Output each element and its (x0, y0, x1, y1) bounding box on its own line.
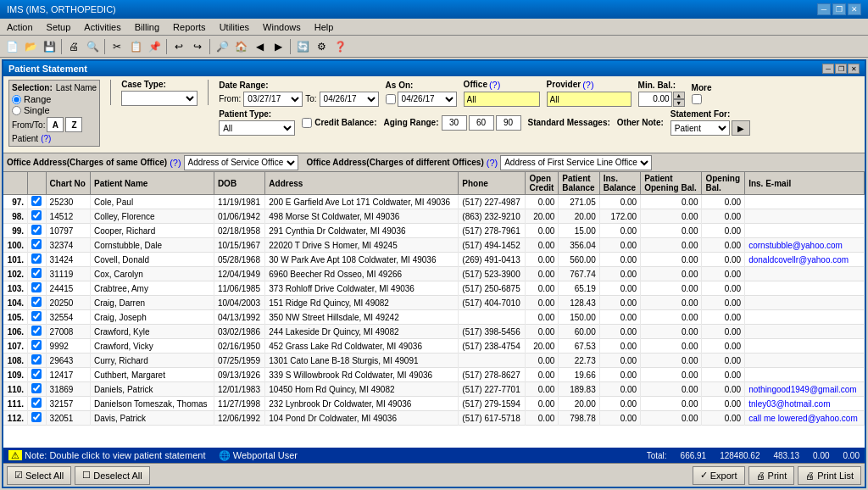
case-type-select[interactable] (121, 91, 198, 106)
row-checkbox[interactable] (31, 340, 42, 350)
table-row[interactable]: 110. 31869 Daniels, Patrick 12/01/1983 1… (3, 382, 865, 397)
toolbar-new[interactable]: 📄 (3, 38, 20, 55)
from-date-select[interactable]: 03/27/17 (243, 92, 303, 107)
row-checkbox[interactable] (31, 297, 42, 307)
menu-reports[interactable]: Reports (170, 21, 209, 33)
to-date-select[interactable]: 04/26/17 (320, 92, 379, 107)
print-button[interactable]: 🖨 Print (748, 466, 795, 485)
table-row[interactable]: 107. 9992 Crawford, Vicky 02/16/1950 452… (3, 339, 865, 354)
row-checkbox[interactable] (31, 239, 42, 249)
row-checkbox-cell[interactable] (28, 368, 46, 382)
diff-office-q[interactable]: (?) (487, 158, 498, 168)
toolbar-undo[interactable]: ↩ (170, 38, 187, 55)
min-bal-input[interactable] (638, 92, 672, 107)
office-input[interactable] (464, 92, 540, 107)
aging-90[interactable] (496, 115, 521, 131)
close-button[interactable]: ✕ (848, 3, 861, 15)
row-checkbox[interactable] (31, 196, 42, 206)
diff-office-select[interactable]: Address of First Service Line Office (500, 155, 652, 170)
select-all-button[interactable]: ☑ Select All (7, 466, 71, 485)
row-checkbox[interactable] (31, 311, 42, 321)
row-checkbox-cell[interactable] (28, 195, 46, 209)
menu-setup[interactable]: Setup (43, 21, 75, 33)
toolbar-refresh[interactable]: 🔄 (294, 38, 311, 55)
table-row[interactable]: 111. 32157 Danielson Tomeszak, Thomas 11… (3, 397, 865, 411)
provider-input[interactable] (547, 92, 632, 107)
table-row[interactable]: 100. 32374 Cornstubble, Dale 10/15/1967 … (3, 238, 865, 253)
statement-go-btn[interactable]: ▶ (732, 120, 750, 136)
same-office-q[interactable]: (?) (170, 158, 181, 168)
table-row[interactable]: 104. 20250 Craig, Darren 10/04/2003 151 … (3, 296, 865, 310)
row-checkbox-cell[interactable] (28, 224, 46, 238)
statement-for-select[interactable]: Patient (670, 120, 730, 136)
table-row[interactable]: 109. 12417 Cuthbert, Margaret 09/13/1926… (3, 368, 865, 382)
row-checkbox-cell[interactable] (28, 310, 46, 325)
toolbar-settings[interactable]: ⚙ (313, 38, 330, 55)
aging-60[interactable] (469, 115, 494, 131)
toolbar-search[interactable]: 🔎 (214, 38, 231, 55)
ps-close[interactable]: ✕ (848, 64, 860, 74)
row-checkbox-cell[interactable] (28, 281, 46, 296)
table-row[interactable]: 98. 14512 Colley, Florence 01/06/1942 49… (3, 209, 865, 224)
toolbar-forward[interactable]: ▶ (270, 38, 287, 55)
row-checkbox[interactable] (31, 412, 42, 422)
ps-restore[interactable]: ❐ (835, 64, 847, 74)
patient-type-select[interactable]: All (219, 120, 295, 136)
row-checkbox-cell[interactable] (28, 354, 46, 368)
toolbar-home[interactable]: 🏠 (232, 38, 249, 55)
table-row[interactable]: 105. 32554 Craig, Joseph 04/13/1992 350 … (3, 310, 865, 325)
same-office-select[interactable]: Address of Service Office (184, 155, 298, 170)
toolbar-help[interactable]: ❓ (331, 38, 348, 55)
to-az-btn[interactable]: Z (65, 117, 82, 132)
ps-minimize[interactable]: ─ (822, 64, 834, 74)
row-checkbox-cell[interactable] (28, 382, 46, 397)
toolbar-copy[interactable]: 📋 (127, 38, 144, 55)
as-on-checkbox[interactable] (386, 94, 396, 104)
menu-action[interactable]: Action (3, 21, 36, 33)
row-checkbox-cell[interactable] (28, 397, 46, 411)
row-checkbox[interactable] (31, 398, 42, 408)
toolbar-print[interactable]: 🖨 (65, 38, 82, 55)
row-checkbox-cell[interactable] (28, 325, 46, 339)
row-checkbox-cell[interactable] (28, 411, 46, 426)
row-checkbox-cell[interactable] (28, 238, 46, 253)
row-checkbox-cell[interactable] (28, 296, 46, 310)
row-checkbox[interactable] (31, 354, 42, 365)
table-row[interactable]: 112. 32051 Davis, Patrick 12/06/1992 104… (3, 411, 865, 426)
toolbar-preview[interactable]: 🔍 (84, 38, 101, 55)
row-checkbox[interactable] (31, 225, 42, 235)
single-radio[interactable] (12, 106, 21, 115)
toolbar-redo[interactable]: ↪ (189, 38, 206, 55)
row-checkbox-cell[interactable] (28, 253, 46, 267)
menu-billing[interactable]: Billing (131, 21, 163, 33)
row-checkbox[interactable] (31, 326, 42, 336)
spin-down[interactable]: ▼ (673, 99, 685, 107)
single-radio-label[interactable]: Single (12, 105, 97, 115)
range-radio[interactable] (12, 95, 21, 104)
restore-button[interactable]: ❐ (832, 3, 846, 15)
row-checkbox[interactable] (31, 268, 42, 278)
row-checkbox[interactable] (31, 383, 42, 393)
table-row[interactable]: 101. 31424 Covell, Donald 05/28/1968 30 … (3, 253, 865, 267)
toolbar-cut[interactable]: ✂ (108, 38, 125, 55)
table-row[interactable]: 103. 24415 Crabtree, Amy 11/06/1985 373 … (3, 281, 865, 296)
row-checkbox[interactable] (31, 210, 42, 220)
table-row[interactable]: 99. 10797 Cooper, Richard 02/18/1958 291… (3, 224, 865, 238)
deselect-all-button[interactable]: ☐ Deselect All (75, 466, 149, 485)
toolbar-paste[interactable]: 📌 (146, 38, 163, 55)
table-row[interactable]: 102. 31119 Cox, Carolyn 12/04/1949 6960 … (3, 267, 865, 281)
print-list-button[interactable]: 🖨 Print List (798, 466, 861, 485)
menu-help[interactable]: Help (311, 21, 337, 33)
table-row[interactable]: 108. 29643 Curry, Richard 07/25/1959 130… (3, 354, 865, 368)
row-checkbox-cell[interactable] (28, 209, 46, 224)
aging-30[interactable] (442, 115, 467, 131)
office-q[interactable]: (?) (489, 80, 500, 90)
toolbar-open[interactable]: 📂 (22, 38, 39, 55)
toolbar-save[interactable]: 💾 (41, 38, 58, 55)
menu-windows[interactable]: Windows (259, 21, 304, 33)
menu-utilities[interactable]: Utilities (216, 21, 253, 33)
range-radio-label[interactable]: Range (12, 94, 97, 104)
provider-q[interactable]: (?) (582, 80, 593, 90)
more-checkbox[interactable] (692, 94, 702, 104)
spin-up[interactable]: ▲ (673, 92, 685, 99)
